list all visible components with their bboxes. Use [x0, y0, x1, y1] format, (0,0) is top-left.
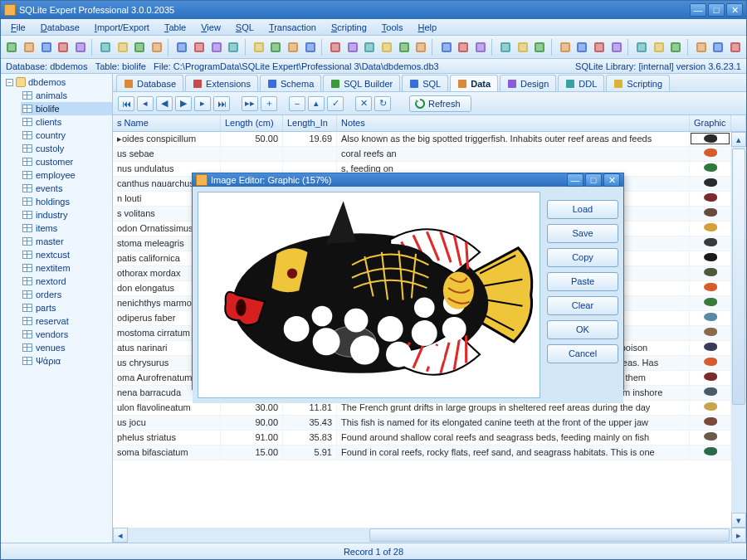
nav-button-6[interactable]: ▸▸ — [242, 96, 258, 111]
dialog-paste-button[interactable]: Paste — [547, 272, 618, 291]
menu-tools[interactable]: Tools — [375, 21, 410, 34]
table-row[interactable]: us jocu90.0035.43This fish is named for … — [113, 416, 746, 431]
tab-sql[interactable]: SQL — [402, 75, 448, 91]
tree-table-clients[interactable]: clients — [21, 115, 112, 129]
scroll-right-icon[interactable]: ▸ — [731, 528, 746, 543]
tree-table-biolife[interactable]: biolife — [21, 102, 112, 115]
nav-button-5[interactable]: ⏭ — [213, 96, 230, 111]
toolbar-button[interactable] — [328, 39, 344, 56]
toolbar-button[interactable] — [515, 39, 530, 56]
cell-graphic[interactable] — [690, 222, 731, 236]
cell-graphic[interactable] — [690, 192, 731, 206]
toolbar-button[interactable] — [132, 39, 148, 56]
table-row[interactable]: soma bifasciatum15.005.91Found in coral … — [113, 446, 746, 460]
cell-graphic[interactable] — [690, 326, 731, 340]
horizontal-scrollbar[interactable]: ◂ ▸ — [113, 528, 746, 543]
dialog-close-button[interactable]: ✕ — [603, 173, 620, 187]
nav-button-10[interactable]: ✓ — [327, 96, 344, 111]
tree-table-animals[interactable]: animals — [21, 89, 112, 102]
maximize-button[interactable]: □ — [708, 3, 725, 17]
nav-button-3[interactable]: ▶ — [175, 96, 192, 111]
scroll-track[interactable] — [128, 528, 731, 543]
column-header-notes[interactable]: Notes — [337, 115, 690, 131]
tab-scripting[interactable]: Scripting — [606, 75, 670, 91]
toolbar-button[interactable] — [192, 39, 208, 56]
scroll-track[interactable] — [731, 147, 746, 513]
column-header-graphic[interactable]: Graphic — [690, 115, 731, 131]
cell-graphic[interactable] — [690, 431, 731, 445]
cell-graphic[interactable] — [690, 296, 731, 310]
nav-button-1[interactable]: ◂ — [137, 96, 154, 111]
tree-table-items[interactable]: items — [21, 222, 112, 235]
vertical-scrollbar[interactable]: ▴ ▾ — [731, 132, 746, 528]
nav-button-12[interactable]: ↻ — [374, 96, 391, 111]
menu-transaction[interactable]: Transaction — [262, 21, 323, 34]
nav-button-0[interactable]: ⏮ — [118, 96, 134, 111]
toolbar-button[interactable] — [362, 39, 378, 56]
toolbar-button[interactable] — [608, 39, 624, 56]
tree-table-employee[interactable]: employee — [21, 168, 112, 182]
cell-graphic[interactable] — [690, 132, 731, 146]
tab-design[interactable]: Design — [500, 75, 556, 91]
toolbar-button[interactable] — [22, 39, 37, 56]
menu-help[interactable]: Help — [411, 21, 443, 34]
toolbar-button[interactable] — [4, 39, 20, 56]
cell-graphic[interactable] — [690, 371, 731, 385]
dialog-cancel-button[interactable]: Cancel — [547, 344, 618, 363]
cell-graphic[interactable] — [690, 177, 731, 191]
minimize-button[interactable]: — — [690, 3, 706, 17]
toolbar-button[interactable] — [302, 39, 318, 56]
toolbar-button[interactable] — [498, 39, 514, 56]
toolbar-button[interactable] — [396, 39, 412, 56]
tree-table-venues[interactable]: venues — [21, 341, 112, 354]
toolbar-button[interactable] — [693, 39, 709, 56]
cell-graphic[interactable] — [690, 416, 731, 430]
toolbar-button[interactable] — [472, 39, 488, 56]
toolbar-button[interactable] — [98, 39, 114, 56]
nav-button-2[interactable]: ◀ — [156, 96, 173, 111]
menu-table[interactable]: Table — [158, 21, 193, 34]
toolbar-button[interactable] — [286, 39, 301, 56]
tree-table-vendors[interactable]: vendors — [21, 328, 112, 341]
tree-table-holdings[interactable]: holdings — [21, 195, 112, 208]
cell-graphic[interactable] — [690, 386, 731, 400]
dialog-ok-button[interactable]: OK — [547, 320, 618, 339]
cell-graphic[interactable] — [690, 147, 731, 161]
toolbar-button[interactable] — [226, 39, 242, 56]
dialog-save-button[interactable]: Save — [547, 224, 618, 243]
toolbar-button[interactable] — [592, 39, 608, 56]
toolbar-button[interactable] — [557, 39, 573, 56]
toolbar-button[interactable] — [574, 39, 590, 56]
dialog-minimize-button[interactable]: — — [567, 173, 583, 187]
cell-graphic[interactable] — [690, 266, 731, 280]
tab-schema[interactable]: Schema — [260, 75, 321, 91]
toolbar-button[interactable] — [456, 39, 471, 56]
nav-button-11[interactable]: ✕ — [355, 96, 372, 111]
toolbar-button[interactable] — [710, 39, 726, 56]
cell-graphic[interactable] — [690, 251, 731, 265]
menu-file[interactable]: File — [4, 21, 32, 34]
tree-table-industry[interactable]: industry — [21, 208, 112, 222]
nav-button-4[interactable]: ▸ — [194, 96, 211, 111]
refresh-button[interactable]: Refresh — [409, 95, 471, 112]
table-row[interactable]: ▸oides conspicillum50.0019.69Also known … — [113, 132, 746, 147]
toolbar-button[interactable] — [73, 39, 89, 56]
menu-database[interactable]: Database — [34, 21, 86, 34]
tree-table-custoly[interactable]: custoly — [21, 142, 112, 155]
menu-scripting[interactable]: Scripting — [325, 21, 374, 34]
nav-button-7[interactable]: ＋ — [261, 96, 277, 111]
table-row[interactable]: ulon flavolineatum30.0011.81The French g… — [113, 401, 746, 416]
table-row[interactable]: phelus striatus91.0035.83Found around sh… — [113, 431, 746, 446]
column-header-length[interactable]: Length (cm) — [221, 115, 283, 131]
cell-graphic[interactable] — [690, 356, 731, 370]
tab-ddl[interactable]: DDL — [558, 75, 604, 91]
cell-graphic[interactable] — [690, 207, 731, 221]
cell-graphic[interactable] — [690, 281, 731, 295]
column-header-name[interactable]: s Name — [113, 115, 221, 131]
scroll-down-icon[interactable]: ▾ — [731, 513, 746, 528]
menu-sql[interactable]: SQL — [229, 21, 261, 34]
tab-data[interactable]: Data — [450, 75, 498, 91]
toolbar-button[interactable] — [438, 39, 454, 56]
cell-graphic[interactable] — [690, 401, 731, 415]
tree-table-country[interactable]: country — [21, 129, 112, 142]
